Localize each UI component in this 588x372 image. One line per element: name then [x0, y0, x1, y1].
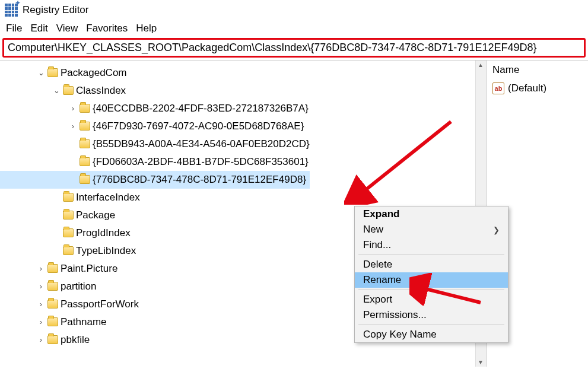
tree-item[interactable]: ·InterfaceIndex	[0, 189, 486, 206]
chevron-none: ·	[68, 153, 78, 171]
tree-item-label: Package	[76, 206, 115, 224]
chevron-right-icon[interactable]: ›	[36, 295, 46, 313]
submenu-arrow-icon: ❯	[493, 225, 500, 234]
chevron-right-icon[interactable]: ›	[36, 313, 46, 331]
chevron-right-icon[interactable]: ›	[68, 117, 78, 135]
tree-item-label: {776DBC8D-7347-478C-8D71-791E12EF49D8}	[93, 171, 306, 189]
tree-item-label: ProgIdIndex	[76, 224, 131, 242]
folder-icon	[63, 193, 74, 202]
folder-icon	[63, 211, 74, 220]
value-row-default[interactable]: ab (Default)	[492, 82, 582, 94]
tree-item[interactable]: ›{40ECCDBB-2202-4FDF-83ED-272187326B7A}	[0, 100, 486, 117]
ctx-expand[interactable]: Expand	[355, 206, 508, 222]
tree-item[interactable]: ·{776DBC8D-7347-478C-8D71-791E12EF49D8}	[0, 171, 310, 189]
folder-icon	[80, 104, 90, 113]
tree-item-label: Pathname	[61, 313, 107, 331]
window-title: Registry Editor	[23, 4, 88, 16]
value-name: (Default)	[508, 82, 546, 94]
title-bar: ✦ Registry Editor	[0, 0, 588, 20]
tree-item-label: TypeLibIndex	[76, 242, 136, 260]
ctx-rename[interactable]: Rename	[355, 272, 508, 288]
folder-icon	[80, 139, 90, 148]
tree-item-label: PassportForWork	[61, 295, 139, 313]
context-menu: Expand New❯ Find... Delete Rename Export…	[354, 206, 508, 343]
tree-item[interactable]: ›{46F7D930-7697-4072-AC90-0E5D68D768AE}	[0, 117, 486, 135]
chevron-none: ·	[51, 224, 62, 242]
folder-icon	[63, 86, 74, 95]
chevron-none: ·	[51, 242, 62, 260]
menu-view[interactable]: View	[56, 23, 78, 34]
column-header-name[interactable]: Name	[492, 64, 582, 79]
ctx-export[interactable]: Export	[355, 292, 508, 307]
menu-edit[interactable]: Edit	[30, 23, 47, 34]
folder-icon	[80, 122, 90, 131]
tree-item[interactable]: ⌄ClassIndex	[0, 82, 486, 100]
tree-item-label: {46F7D930-7697-4072-AC90-0E5D68D768AE}	[93, 117, 304, 135]
tree-item[interactable]: ·{FD06603A-2BDF-4BB1-B7DF-5DC68F353601}	[0, 153, 486, 171]
folder-icon	[63, 246, 74, 255]
string-value-icon: ab	[492, 82, 504, 94]
tree-item-label: PackagedCom	[61, 64, 127, 82]
tree-item[interactable]: ⌄PackagedCom	[0, 64, 486, 82]
menu-bar: File Edit View Favorites Help	[0, 20, 588, 37]
folder-icon	[80, 157, 90, 166]
ctx-find[interactable]: Find...	[355, 237, 508, 253]
menu-help[interactable]: Help	[136, 23, 157, 34]
chevron-right-icon[interactable]: ›	[36, 331, 46, 349]
menu-favorites[interactable]: Favorites	[86, 23, 128, 34]
tree-item-label: {FD06603A-2BDF-4BB1-B7DF-5DC68F353601}	[93, 153, 309, 171]
folder-icon	[47, 282, 58, 291]
regedit-icon: ✦	[5, 4, 18, 17]
chevron-down-icon[interactable]: ⌄	[51, 82, 62, 100]
ctx-new[interactable]: New❯	[355, 222, 508, 237]
folder-icon	[63, 228, 74, 237]
chevron-right-icon[interactable]: ›	[68, 100, 78, 117]
chevron-none: ·	[51, 189, 62, 206]
tree-item-label: Paint.Picture	[61, 260, 117, 278]
ctx-copy-key-name[interactable]: Copy Key Name	[355, 327, 508, 342]
chevron-none: ·	[68, 171, 78, 189]
folder-icon	[47, 300, 58, 309]
folder-icon	[47, 264, 58, 273]
folder-icon	[80, 175, 90, 184]
chevron-right-icon[interactable]: ›	[36, 260, 46, 278]
folder-icon	[47, 335, 58, 344]
tree-item-label: ClassIndex	[76, 82, 126, 100]
ctx-separator	[358, 290, 504, 290]
menu-file[interactable]: File	[6, 23, 22, 34]
folder-icon	[47, 317, 58, 326]
address-bar-highlight	[2, 38, 586, 58]
ctx-delete[interactable]: Delete	[355, 257, 508, 272]
tree-item-label: partition	[61, 278, 96, 295]
chevron-down-icon[interactable]: ⌄	[36, 64, 46, 82]
tree-item[interactable]: ·{B55DB943-A00A-4E34-A546-0AF0EB20D2CD}	[0, 135, 486, 153]
ctx-separator	[358, 255, 504, 255]
tree-item-label: pbkfile	[61, 331, 90, 349]
tree-item-label: {40ECCDBB-2202-4FDF-83ED-272187326B7A}	[93, 100, 309, 117]
ctx-permissions[interactable]: Permissions...	[355, 307, 508, 323]
ctx-separator	[358, 325, 504, 325]
address-bar[interactable]	[8, 42, 580, 54]
chevron-none: ·	[51, 206, 62, 224]
folder-icon	[47, 68, 58, 77]
chevron-right-icon[interactable]: ›	[36, 278, 46, 295]
tree-item-label: InterfaceIndex	[76, 189, 140, 206]
tree-item-label: {B55DB943-A00A-4E34-A546-0AF0EB20D2CD}	[93, 135, 310, 153]
chevron-none: ·	[68, 135, 78, 153]
